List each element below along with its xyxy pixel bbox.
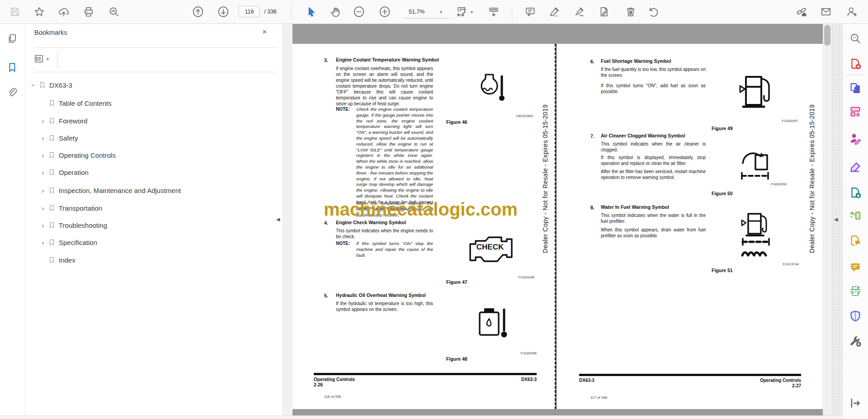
snapshot-icon[interactable] bbox=[849, 209, 862, 222]
list-number: 6. bbox=[590, 59, 594, 64]
note-block: NOTE: Check the engine coolant temperatu… bbox=[336, 107, 433, 211]
organize-pages-icon[interactable] bbox=[849, 105, 862, 118]
chevron-collapsed-icon[interactable]: › bbox=[39, 151, 47, 159]
highlighter-icon[interactable] bbox=[548, 6, 560, 18]
create-pdf-icon[interactable] bbox=[849, 57, 862, 70]
comment-tool-icon[interactable] bbox=[849, 261, 862, 273]
body-paragraph: This symbol indicates when the air clean… bbox=[601, 141, 706, 153]
bookmark-item-index[interactable]: Index bbox=[0, 254, 320, 266]
select-cursor-icon[interactable] bbox=[306, 6, 317, 18]
next-page-icon[interactable] bbox=[217, 6, 229, 18]
batch-print-icon[interactable] bbox=[849, 285, 862, 297]
zoom-in-icon[interactable] bbox=[379, 6, 391, 18]
pdf-page-117[interactable]: 6. Fuel Shortage Warning Symbol If the f… bbox=[557, 44, 823, 409]
header-footer-icon[interactable] bbox=[488, 6, 500, 18]
send-review-icon[interactable] bbox=[849, 234, 862, 247]
bookmark-root-dx63-3[interactable]: › DX63-3 bbox=[0, 79, 310, 91]
attachments-icon[interactable] bbox=[7, 87, 18, 98]
note-label: NOTE: bbox=[336, 107, 350, 112]
bookmark-item-foreword[interactable]: › Foreword bbox=[0, 115, 320, 127]
bookmark-icon bbox=[48, 99, 56, 107]
tools-wrench-icon[interactable] bbox=[849, 334, 862, 347]
bookmark-label: Operation bbox=[59, 169, 89, 176]
document-scrollbar[interactable] bbox=[823, 24, 832, 419]
chevron-down-icon[interactable]: ▾ bbox=[471, 9, 473, 14]
share-upload-icon[interactable] bbox=[58, 6, 70, 18]
footer-page: 2-27 bbox=[711, 383, 801, 388]
print-icon[interactable] bbox=[83, 6, 94, 18]
link-icon[interactable] bbox=[796, 6, 807, 18]
footer-model: DX63-3 bbox=[579, 378, 594, 383]
toolbar: / 336 51,7% ▾ ▾ bbox=[0, 0, 868, 24]
open-panel-icon[interactable] bbox=[849, 397, 862, 410]
loupe-zoom-icon[interactable] bbox=[849, 32, 862, 45]
bookmark-icon bbox=[48, 151, 56, 159]
bookmark-item-inspection[interactable]: › Inspection, Maintenance and Adjustment bbox=[0, 184, 320, 196]
collapse-tools-icon[interactable]: ◀ bbox=[834, 217, 838, 222]
chevron-down-icon[interactable]: ▾ bbox=[47, 56, 49, 61]
body-paragraph: If the hydraulic oil temperature is too … bbox=[336, 301, 433, 312]
close-icon[interactable]: × bbox=[262, 28, 267, 37]
figure-code: FG000057 bbox=[736, 119, 798, 123]
star-icon[interactable] bbox=[33, 6, 45, 18]
fit-width-icon[interactable] bbox=[456, 6, 467, 18]
chevron-expanded-icon[interactable]: › bbox=[30, 81, 38, 89]
collapse-panel-icon[interactable]: ◀ bbox=[276, 217, 280, 222]
figure-label: Figure 48 bbox=[446, 356, 467, 362]
figure-label: Figure 50 bbox=[712, 191, 733, 196]
bookmark-item-troubleshooting[interactable]: › Troubleshooting bbox=[0, 219, 320, 231]
page-thumbnails-icon[interactable] bbox=[7, 33, 18, 44]
chevron-collapsed-icon[interactable]: › bbox=[39, 134, 47, 142]
bookmark-item-transportation[interactable]: › Transportation bbox=[0, 202, 320, 214]
chevron-collapsed-icon[interactable]: › bbox=[39, 204, 47, 212]
undo-rotate-icon[interactable] bbox=[647, 6, 659, 18]
bookmark-options-icon[interactable] bbox=[33, 53, 44, 64]
toolbar-divider bbox=[512, 4, 512, 20]
figure-code: FG000056 bbox=[475, 351, 537, 355]
trash-icon[interactable] bbox=[625, 6, 637, 18]
note-text: If this symbol turns "ON" stop the machi… bbox=[356, 241, 433, 258]
bookmark-icon bbox=[48, 134, 56, 141]
edit-document-icon[interactable] bbox=[598, 6, 610, 18]
bookmark-item-table-of-contents[interactable]: Table of Contents bbox=[0, 97, 320, 109]
bookmark-icon bbox=[48, 221, 56, 229]
body-paragraph: If the fuel quantity is too low, this sy… bbox=[601, 66, 706, 78]
scrollbar-thumb[interactable] bbox=[824, 25, 830, 46]
hand-tool-icon[interactable] bbox=[330, 6, 341, 18]
email-icon[interactable] bbox=[820, 6, 832, 18]
fill-sign-icon[interactable] bbox=[849, 161, 862, 174]
protect-icon[interactable] bbox=[849, 310, 862, 322]
bookmark-item-safety[interactable]: › Safety bbox=[0, 132, 320, 144]
section-heading: Fuel Shortage Warning Symbol bbox=[601, 58, 709, 64]
previous-page-icon[interactable] bbox=[192, 6, 204, 18]
sign-pen-icon[interactable] bbox=[573, 6, 585, 18]
list-number: 7. bbox=[590, 133, 594, 139]
chevron-collapsed-icon[interactable]: › bbox=[39, 169, 47, 176]
horizontal-scrollbar[interactable] bbox=[0, 415, 842, 419]
bookmark-item-operating-controls[interactable]: › Operating Controls bbox=[0, 149, 320, 161]
page-number-input[interactable] bbox=[239, 6, 260, 17]
chevron-down-icon: ▾ bbox=[440, 9, 442, 14]
chevron-collapsed-icon[interactable]: › bbox=[39, 187, 47, 194]
comment-icon[interactable] bbox=[524, 6, 536, 18]
convert-pdf-icon[interactable] bbox=[849, 186, 862, 199]
zoom-out-icon[interactable] bbox=[353, 6, 365, 18]
pdf-page-116[interactable]: 3. Engine Coolant Temperature Warning Sy… bbox=[292, 44, 555, 409]
chevron-collapsed-icon[interactable]: › bbox=[39, 239, 47, 246]
chevron-collapsed-icon[interactable]: › bbox=[39, 221, 47, 229]
bookmarks-icon[interactable] bbox=[7, 62, 18, 73]
search-icon[interactable] bbox=[108, 6, 120, 18]
certificates-icon[interactable] bbox=[849, 132, 862, 145]
body-paragraph: This symbol indicates when the engine ne… bbox=[336, 228, 433, 240]
add-person-icon[interactable] bbox=[846, 6, 858, 18]
document-viewport[interactable]: 3. Engine Coolant Temperature Warning Sy… bbox=[292, 24, 823, 419]
chevron-collapsed-icon[interactable]: › bbox=[39, 117, 47, 125]
bookmark-item-specification[interactable]: › Specification bbox=[0, 236, 320, 248]
bookmark-label: DX63-3 bbox=[49, 81, 72, 89]
save-icon[interactable] bbox=[9, 6, 21, 18]
bookmark-label: Safety bbox=[59, 134, 78, 142]
zoom-level-dropdown[interactable]: 51,7% ▾ bbox=[403, 5, 450, 19]
export-pdf-icon[interactable] bbox=[849, 82, 862, 94]
bookmark-item-operation[interactable]: › Operation bbox=[0, 166, 320, 178]
panel-title: Bookmarks bbox=[34, 29, 67, 36]
